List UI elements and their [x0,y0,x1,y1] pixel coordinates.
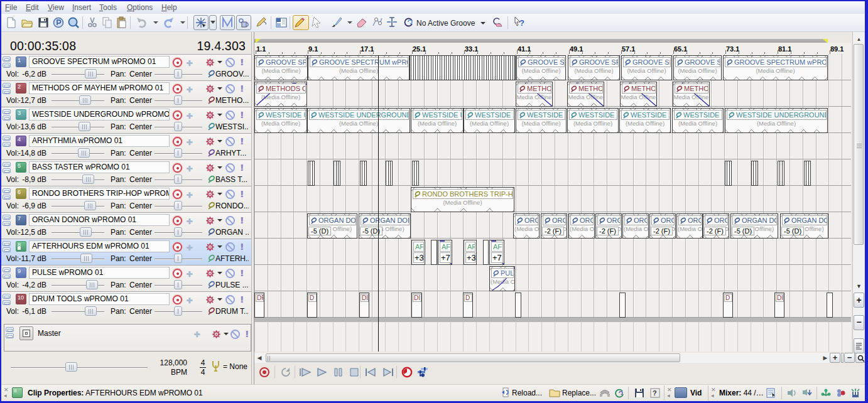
svg-text:?: ? [519,18,524,28]
svg-text:?: ? [653,389,657,397]
